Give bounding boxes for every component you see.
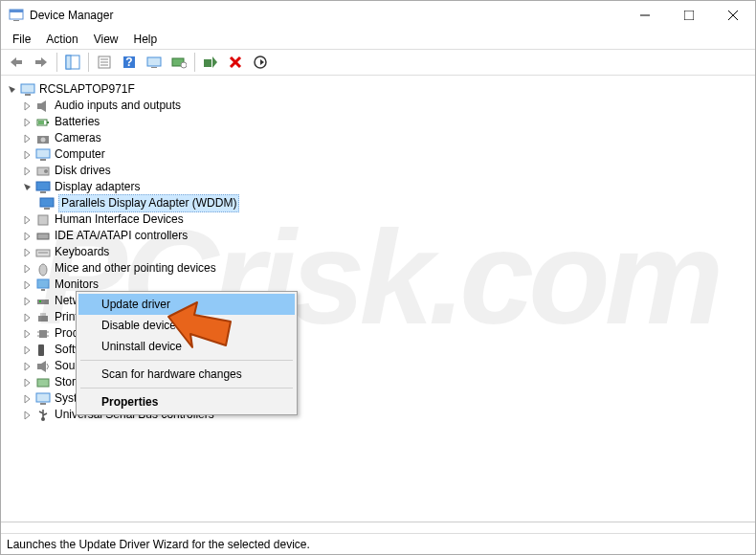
tree-item[interactable]: Mice and other pointing devices — [7, 260, 755, 277]
tree-item[interactable]: Keyboards — [7, 244, 755, 260]
expand-icon[interactable] — [22, 100, 33, 112]
svg-rect-43 — [36, 149, 50, 158]
tree-item[interactable]: Batteries — [7, 114, 755, 130]
scan-hardware-button[interactable] — [143, 51, 166, 74]
menu-item-update-driver[interactable]: Update driver — [78, 294, 295, 315]
expand-icon[interactable] — [22, 166, 33, 177]
app-icon — [9, 8, 24, 23]
expand-icon[interactable] — [7, 84, 18, 96]
svg-rect-80 — [37, 364, 41, 369]
help-button[interactable]: ? — [118, 51, 141, 74]
svg-rect-37 — [47, 122, 49, 123]
svg-marker-24 — [212, 56, 217, 68]
expand-icon[interactable] — [22, 410, 33, 421]
svg-rect-51 — [40, 198, 54, 207]
device-icon — [35, 180, 51, 195]
menu-help[interactable]: Help — [126, 31, 166, 48]
svg-marker-84 — [25, 395, 30, 403]
tree-item[interactable]: Computer — [7, 146, 755, 163]
forward-button[interactable] — [30, 51, 53, 74]
device-icon — [35, 278, 51, 293]
menu-file[interactable]: File — [5, 31, 38, 48]
menu-item-properties[interactable]: Properties — [78, 391, 295, 412]
collapse-icon[interactable] — [22, 182, 33, 193]
menu-item-uninstall-device[interactable]: Uninstall device — [78, 336, 295, 357]
toolbar: ? — [1, 49, 755, 76]
device-tree[interactable]: RCSLAPTOP971F Audio inputs and outputsBa… — [1, 76, 755, 516]
svg-marker-60 — [25, 265, 30, 273]
expand-icon[interactable] — [22, 296, 33, 307]
uninstall-device-button[interactable] — [224, 51, 247, 74]
svg-marker-65 — [25, 298, 30, 305]
disable-device-button[interactable] — [249, 51, 272, 74]
svg-rect-72 — [39, 330, 47, 338]
window-title: Device Manager — [30, 9, 623, 22]
svg-marker-68 — [25, 314, 30, 322]
expand-icon[interactable] — [22, 361, 33, 372]
svg-rect-83 — [37, 379, 49, 387]
update-driver-button[interactable] — [167, 51, 190, 74]
expand-icon[interactable] — [22, 344, 33, 356]
svg-marker-79 — [25, 363, 30, 370]
svg-marker-42 — [25, 151, 30, 159]
minimize-button[interactable] — [623, 1, 667, 30]
tree-item[interactable]: Cameras — [7, 130, 755, 146]
svg-point-47 — [44, 169, 48, 173]
tree-item-label: Display adapters — [55, 179, 140, 195]
expand-icon[interactable] — [22, 133, 33, 144]
menu-action[interactable]: Action — [38, 31, 85, 48]
expand-icon[interactable] — [22, 377, 33, 388]
svg-rect-56 — [37, 233, 49, 239]
svg-rect-2 — [13, 20, 19, 21]
tree-item[interactable]: Display adapters — [7, 179, 755, 195]
show-hide-tree-button[interactable] — [61, 51, 84, 74]
device-icon — [35, 147, 51, 163]
expand-icon[interactable] — [22, 214, 33, 226]
svg-rect-4 — [684, 11, 694, 20]
menu-bar: File Action View Help — [1, 30, 755, 49]
svg-marker-34 — [41, 100, 46, 112]
expand-icon[interactable] — [22, 231, 33, 242]
menu-item-scan-hardware[interactable]: Scan for hardware changes — [78, 364, 295, 385]
svg-marker-39 — [25, 135, 30, 143]
svg-marker-35 — [25, 119, 30, 126]
svg-rect-12 — [66, 56, 71, 69]
properties-button[interactable] — [93, 51, 116, 74]
device-icon — [35, 408, 51, 423]
svg-rect-70 — [40, 313, 46, 316]
svg-marker-9 — [41, 57, 47, 67]
expand-icon[interactable] — [22, 312, 33, 323]
maximize-button[interactable] — [667, 1, 711, 30]
svg-text:?: ? — [125, 56, 132, 69]
svg-rect-8 — [16, 60, 22, 64]
tree-item[interactable]: Disk drives — [7, 163, 755, 179]
expand-icon[interactable] — [22, 393, 33, 405]
expand-icon[interactable] — [22, 117, 33, 128]
menu-view[interactable]: View — [86, 31, 126, 48]
tree-item[interactable]: Audio inputs and outputs — [7, 98, 755, 114]
tree-item[interactable]: Human Interface Devices — [7, 211, 755, 228]
menu-item-label: Scan for hardware changes — [101, 367, 242, 381]
expand-icon[interactable] — [22, 149, 33, 161]
close-button[interactable] — [711, 1, 755, 30]
enable-device-button[interactable] — [199, 51, 222, 74]
tree-item-label: Disk drives — [55, 163, 111, 179]
svg-rect-85 — [36, 393, 50, 402]
expand-icon[interactable] — [22, 263, 33, 275]
svg-rect-69 — [38, 316, 48, 322]
svg-rect-52 — [44, 208, 50, 210]
back-button[interactable] — [5, 51, 28, 74]
expand-icon[interactable] — [22, 328, 33, 340]
svg-marker-45 — [25, 167, 30, 175]
tree-item[interactable]: IDE ATA/ATAPI controllers — [7, 228, 755, 244]
tree-item-child[interactable]: Parallels Display Adapter (WDDM) — [7, 195, 755, 211]
svg-marker-81 — [41, 361, 46, 372]
expand-icon[interactable] — [22, 247, 33, 258]
svg-point-41 — [41, 137, 46, 142]
svg-rect-19 — [147, 57, 161, 66]
menu-item-disable-device[interactable]: Disable device — [78, 315, 295, 336]
tree-root[interactable]: RCSLAPTOP971F — [7, 81, 755, 98]
expand-icon[interactable] — [22, 279, 33, 291]
svg-rect-33 — [37, 103, 41, 109]
context-menu: Update driver Disable device Uninstall d… — [76, 291, 298, 415]
